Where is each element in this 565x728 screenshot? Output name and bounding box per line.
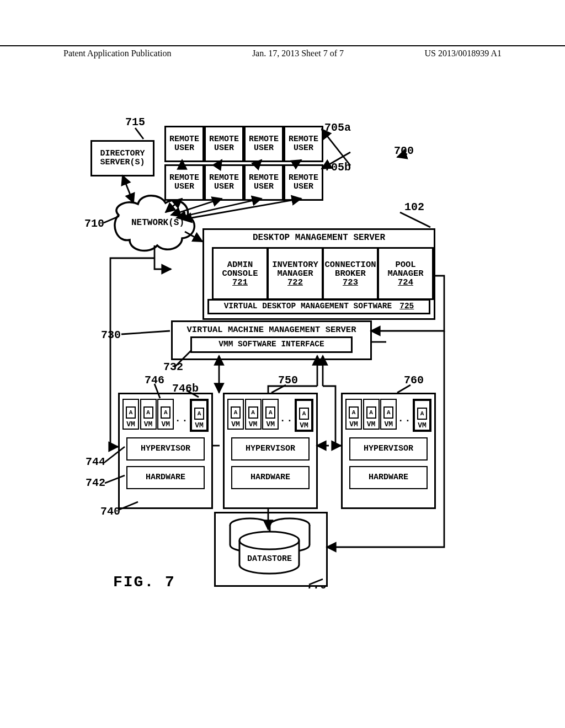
agent-box: A — [126, 406, 136, 419]
vm-box: AVM — [262, 399, 279, 430]
label-705a: 705a — [324, 122, 351, 133]
vm-box: AVM — [122, 399, 139, 430]
vm-box: AVM — [380, 399, 397, 430]
label-730: 730 — [101, 330, 121, 341]
datastore-cylinders-svg — [0, 0, 565, 728]
agent-box: A — [143, 406, 153, 419]
agent-box: A — [383, 406, 393, 419]
vm-row: AVM AVM AVM ·· AVM — [120, 399, 211, 432]
label-705b: 705b — [324, 162, 351, 173]
agent-box: A — [248, 406, 258, 419]
svg-line-7 — [104, 216, 119, 223]
label-760: 760 — [404, 375, 424, 386]
agent-box: A — [231, 406, 241, 419]
figure-caption: FIG. 7 — [113, 574, 175, 591]
agent-box: A — [299, 408, 309, 420]
vm-box: AVM — [245, 399, 262, 430]
svg-line-26 — [182, 199, 301, 220]
hardware-box: HARDWARE — [126, 466, 205, 489]
ellipsis-icon: ·· — [280, 416, 294, 426]
remote-user-box: REMOTE USER — [284, 126, 323, 162]
datastore-label: DATASTORE — [247, 555, 292, 563]
dm-server-title: DESKTOP MANAGEMENT SERVER — [253, 233, 385, 243]
page-header: Patent Application Publication Jan. 17, … — [0, 45, 565, 58]
remote-user-box: REMOTE USER — [204, 164, 244, 201]
remote-user-box: REMOTE USER — [244, 126, 284, 162]
vm-box: AVM — [227, 399, 244, 430]
agent-box: A — [161, 406, 170, 419]
datastore-box — [214, 512, 328, 587]
directory-server-box: DIRECTORY SERVER(S) — [90, 140, 154, 176]
vm-box-last: AVM — [190, 399, 209, 432]
ellipsis-icon: ·· — [398, 416, 412, 426]
label-732: 732 — [163, 362, 183, 373]
agent-box: A — [366, 406, 376, 419]
vm-host-box: AVM AVM AVM ·· AVM HYPERVISOR HARDWARE — [223, 393, 318, 509]
vm-host-box: AVM AVM AVM ·· AVM HYPERVISOR HARDWARE — [341, 393, 436, 509]
hypervisor-box: HYPERVISOR — [126, 437, 205, 461]
vm-box-last: AVM — [295, 399, 313, 432]
label-715: 715 — [125, 117, 145, 128]
svg-line-24 — [171, 199, 222, 215]
vm-box: AVM — [140, 399, 157, 430]
remote-user-box: REMOTE USER — [244, 164, 284, 201]
admin-console-box: ADMIN CONSOLE721 — [212, 247, 268, 300]
svg-line-6 — [400, 212, 430, 227]
agent-box: A — [417, 408, 427, 420]
inventory-mgr-box: INVENTORY MANAGER722 — [267, 247, 323, 300]
hardware-box: HARDWARE — [231, 466, 310, 489]
label-746: 746 — [145, 375, 164, 386]
vdm-software-box: VIRTUAL DESKTOP MANAGEMENT SOFTWARE725 — [207, 299, 430, 314]
pool-mgr-box: POOL MANAGER724 — [377, 247, 434, 300]
vm-row: AVM AVM AVM ·· AVM — [343, 399, 434, 432]
hypervisor-box: HYPERVISOR — [231, 437, 310, 461]
label-710: 710 — [84, 218, 104, 229]
connectors-svg — [0, 0, 565, 728]
page: Patent Application Publication Jan. 17, … — [0, 0, 565, 728]
hypervisor-box: HYPERVISOR — [349, 437, 428, 461]
agent-box: A — [349, 406, 359, 419]
vm-host-box: AVM AVM AVM ·· AVM HYPERVISOR HARDWARE — [118, 393, 213, 509]
svg-line-4 — [322, 129, 350, 165]
label-742: 742 — [86, 478, 105, 489]
header-left: Patent Application Publication — [63, 49, 172, 58]
svg-line-25 — [177, 199, 262, 218]
vm-box: AVM — [157, 399, 174, 430]
svg-line-3 — [135, 128, 143, 139]
connection-broker-box: CONNECTION BROKER723 — [322, 247, 379, 300]
vm-box: AVM — [345, 399, 362, 430]
ellipsis-icon: ·· — [175, 416, 189, 426]
remote-user-box: REMOTE USER — [164, 126, 204, 162]
vmm-interface-box: VMM SOFTWARE INTERFACE — [190, 336, 353, 353]
header-right: US 2013/0018939 A1 — [424, 49, 502, 58]
vm-box: AVM — [363, 399, 380, 430]
network-cloud-svg — [0, 0, 565, 728]
remote-user-box: REMOTE USER — [164, 164, 204, 201]
label-744: 744 — [86, 457, 105, 468]
label-740: 740 — [100, 506, 120, 517]
hardware-box: HARDWARE — [349, 466, 428, 489]
agent-box: A — [194, 408, 204, 420]
svg-line-18 — [122, 175, 134, 203]
label-750: 750 — [278, 375, 298, 386]
agent-box: A — [265, 406, 275, 419]
label-700: 700 — [394, 146, 414, 157]
network-label: NETWORK(S) — [131, 218, 184, 228]
vm-box-last: AVM — [413, 399, 431, 432]
label-102: 102 — [404, 202, 424, 213]
remote-user-box: REMOTE USER — [284, 164, 323, 201]
vm-row: AVM AVM AVM ·· AVM — [225, 399, 316, 432]
remote-user-box: REMOTE USER — [204, 126, 244, 162]
header-mid: Jan. 17, 2013 Sheet 7 of 7 — [252, 49, 344, 58]
svg-line-8 — [121, 331, 170, 334]
